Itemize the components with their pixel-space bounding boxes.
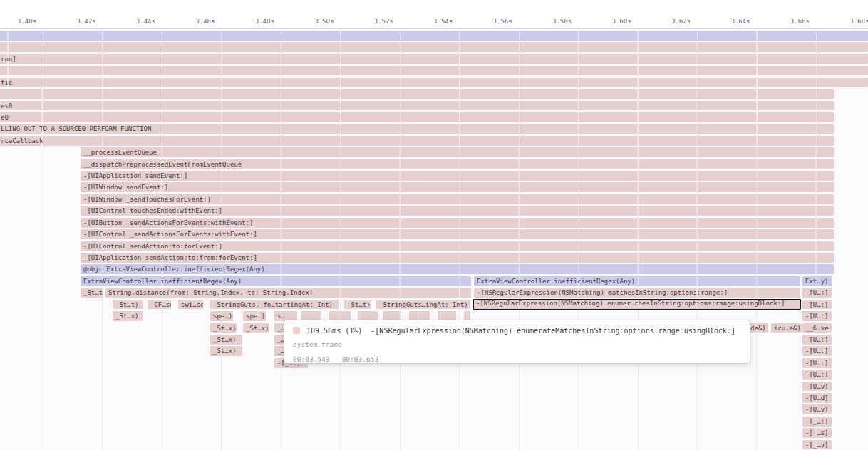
flame-bar[interactable]: -[_…v] — [802, 440, 832, 450]
flame-bar[interactable] — [0, 89, 834, 99]
flame-bar[interactable]: -[U…:] — [802, 335, 832, 345]
flame-bar-selected[interactable]: -[NSRegularExpression(NSMatching) enumer… — [473, 299, 801, 310]
tooltip-duration: 109.56ms (1%) — [306, 327, 362, 335]
time-ruler-label: 3.48s — [255, 18, 274, 25]
flame-bar[interactable]: de&) — [748, 323, 768, 333]
flame-bar[interactable]: -[U…v] — [802, 404, 832, 414]
flame-bar[interactable]: swi…se — [178, 300, 203, 310]
flame-bar[interactable]: _St…t) — [113, 300, 143, 310]
flame-bar[interactable]: _St…x) — [243, 323, 269, 333]
flame-bar[interactable]: __processEventQueue — [81, 147, 834, 157]
flame-bar[interactable]: __dispatchPreprocessedEventFromEventQueu… — [81, 159, 834, 169]
flame-bar[interactable]: -[_…s] — [802, 428, 832, 438]
time-ruler-label: 3.66s — [790, 18, 810, 25]
flame-bar[interactable]: _St…t) — [344, 300, 371, 310]
flame-bar[interactable]: _CF…se — [148, 300, 171, 310]
flame-bar[interactable]: spe…)) — [243, 311, 266, 321]
flame-bar[interactable]: -[U…:] — [802, 311, 832, 321]
flame-bar[interactable]: -[U…:] — [802, 358, 832, 368]
flame-bar[interactable]: _StringGuts…ingAt: Int) — [376, 300, 470, 310]
flame-bar[interactable] — [0, 66, 868, 75]
flame-bar[interactable]: -[UIWindow _sendTouchesForEvent:] — [81, 194, 834, 204]
flame-bar[interactable]: @objc ExtraViewController.inefficientReg… — [81, 264, 834, 274]
flame-bar[interactable]: -[U…:] — [802, 300, 832, 310]
instruments-flame-chart: 3.40s3.42s3.44s3.46s3.48s3.50s3.52s3.54s… — [0, 0, 868, 450]
flame-bar[interactable]: LLING_OUT_TO_A_SOURCE0_PERFORM_FUNCTION_… — [0, 124, 834, 134]
flame-bar[interactable]: -[NSRegularExpression(NSMatching) matche… — [474, 288, 800, 298]
tooltip: 109.56ms (1%) -[NSRegularExpression(NSMa… — [284, 320, 750, 364]
flame-bar[interactable]: -[UIControl touchesEnded:withEvent:] — [81, 206, 834, 216]
flame-bar[interactable]: -[UIControl sendAction:to:forEvent:] — [81, 241, 834, 251]
flame-bar[interactable]: _St…x) — [210, 323, 237, 333]
flame-bar[interactable]: String.distance(from: String.Index, to: … — [105, 288, 471, 298]
time-ruler-label: 3.60s — [611, 18, 631, 25]
flame-bar[interactable]: fic — [0, 78, 868, 88]
flame-bar[interactable]: spe…)) — [210, 311, 233, 321]
time-ruler-label: 3.46s — [195, 18, 215, 25]
time-ruler: 3.40s3.42s3.44s3.46s3.48s3.50s3.52s3.54s… — [0, 0, 868, 29]
time-ruler-label: 3.40s — [17, 18, 36, 25]
flame-bar[interactable]: _St…x) — [210, 346, 242, 356]
flame-bar[interactable]: _StringGuts._fo…tartingAt: Int) — [210, 300, 339, 310]
flame-bar[interactable]: ExtraViewController.inefficientRegex(Any… — [474, 276, 800, 286]
flame-bar[interactable]: -[UIWindow sendEvent:] — [81, 182, 834, 192]
flame-bar[interactable]: _St…x) — [113, 311, 143, 321]
time-ruler-label: 3.42s — [76, 18, 95, 25]
flame-bar[interactable]: -[UIControl _sendActionsForEvents:withEv… — [81, 229, 834, 239]
flame-bar[interactable]: run] — [0, 54, 868, 64]
flame-bar[interactable]: -[_…:] — [802, 417, 832, 427]
flame-bar[interactable]: e0 — [0, 112, 834, 122]
time-ruler-label: 3.44s — [136, 18, 155, 25]
flame-bar[interactable]: -[U…v] — [802, 382, 832, 392]
flame-bar[interactable] — [0, 31, 868, 41]
tooltip-spacer — [362, 327, 371, 335]
time-ruler-label: 3.58s — [552, 18, 572, 25]
flame-bar[interactable]: -[UIApplication sendEvent:] — [81, 171, 834, 181]
time-ruler-label: 3.64s — [730, 18, 750, 25]
tooltip-frame-kind: system frame — [293, 337, 741, 352]
flame-bar[interactable] — [0, 42, 868, 52]
time-ruler-label: 3.62s — [671, 18, 691, 25]
time-ruler-label: 3.50s — [314, 18, 334, 25]
time-ruler-label: 3.56s — [493, 18, 512, 25]
flame-bar[interactable]: _St…t) — [81, 288, 103, 298]
frame-color-swatch — [293, 327, 300, 334]
flame-bar[interactable]: ExtraViewController.inefficientRegex(Any… — [81, 276, 471, 286]
flame-bar[interactable]: es0 — [0, 101, 834, 111]
flame-bar[interactable]: _St…x) — [210, 335, 242, 345]
tooltip-symbol: -[NSRegularExpression(NSMatching) enumer… — [371, 327, 735, 335]
flame-bar[interactable]: -[U…:] — [802, 370, 832, 380]
flame-bar[interactable]: icu…e&) — [771, 323, 802, 333]
flame-bar[interactable]: -[UIButton _sendActionsForEvents:withEve… — [81, 218, 834, 228]
flame-bar[interactable]: -[UIApplication sendAction:to:from:forEv… — [81, 253, 834, 263]
time-ruler-label: 3.52s — [374, 18, 393, 25]
flame-bar[interactable]: rceCallback — [0, 136, 834, 146]
flame-bar[interactable]: -[U…d] — [802, 393, 832, 403]
flame-bar[interactable]: -[U…:] — [802, 346, 832, 356]
flame-bar[interactable]: __6…ke — [802, 323, 832, 333]
tooltip-time-range: 00:03.543 — 00:03.653 — [293, 352, 741, 367]
time-ruler-label: 3.54s — [433, 18, 453, 25]
time-ruler-label: 3.68s — [849, 18, 868, 25]
tooltip-title: 109.56ms (1%) -[NSRegularExpression(NSMa… — [293, 325, 741, 337]
flame-bar[interactable]: -[U…:] — [802, 288, 832, 298]
flame-bar[interactable]: Ext…y) — [802, 276, 832, 286]
